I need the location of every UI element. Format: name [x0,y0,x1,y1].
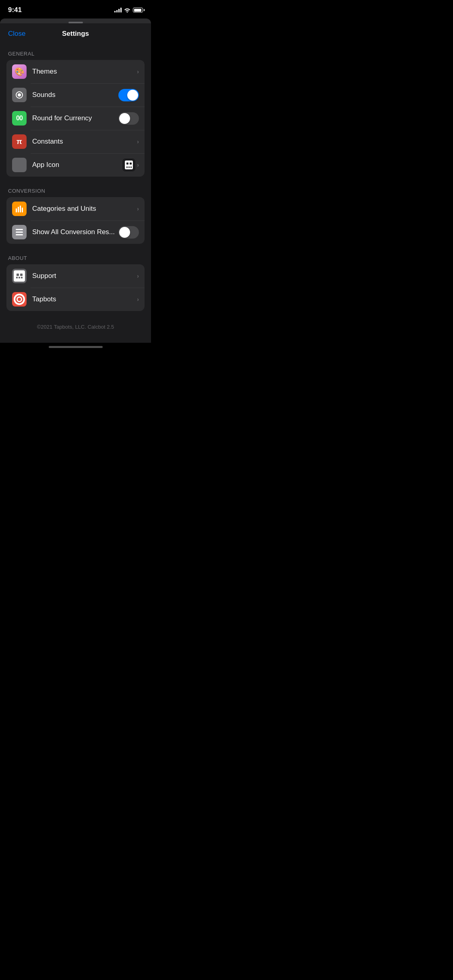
tapbots-item[interactable]: Tapbots › [6,288,145,311]
bar-chart-icon [15,204,24,213]
svg-rect-5 [22,208,23,212]
home-indicator-area [0,343,151,351]
wifi-icon [124,8,130,12]
support-icon [12,269,27,283]
speaker-icon [15,91,24,99]
nav-bar: Close Settings [0,23,151,43]
status-time: 9:41 [8,6,22,14]
svg-rect-3 [18,207,19,212]
constants-icon: π [12,134,27,149]
sounds-item[interactable]: Sounds [6,83,145,107]
constants-item[interactable]: π Constants › [6,130,145,153]
sounds-icon [12,88,27,102]
sounds-toggle-knob [127,90,138,101]
currency-item[interactable]: 00 Round for Currency [6,107,145,130]
currency-icon: 00 [12,111,27,126]
show-all-label: Show All Conversion Res... [32,228,118,236]
categories-label: Categories and Units [32,205,134,213]
support-label: Support [32,272,134,280]
currency-label: Round for Currency [32,114,118,122]
status-icons [114,8,143,12]
themes-label: Themes [32,68,134,76]
page-title: Settings [62,30,89,38]
themes-icon: 🎨 [12,64,27,79]
show-all-item[interactable]: Show All Conversion Res... [6,220,145,244]
support-item[interactable]: Support › [6,264,145,288]
conversion-section: CONVERSION Categories and Units › [0,180,151,247]
constants-label: Constants [32,138,134,146]
svg-rect-2 [16,208,17,212]
status-bar: 9:41 [0,0,151,18]
footer-text: ©2021 Tapbots, LLC. Calcbot 2.5 [37,324,114,330]
categories-chevron-icon: › [137,206,139,212]
sounds-label: Sounds [32,91,118,99]
support-chevron-icon: › [137,273,139,279]
list-icon [15,228,24,237]
categories-icon [12,202,27,216]
show-all-icon [12,225,27,239]
about-list-group: Support › Tapbots › [6,264,145,311]
general-section: GENERAL 🎨 Themes › Sounds [0,43,151,180]
close-button[interactable]: Close [8,30,25,38]
tapbots-icon [12,292,27,307]
svg-rect-7 [16,232,23,233]
show-all-toggle[interactable] [118,226,139,239]
conversion-section-label: CONVERSION [6,188,145,194]
currency-toggle[interactable] [118,112,139,125]
about-section-label: ABOUT [6,255,145,261]
themes-item[interactable]: 🎨 Themes › [6,60,145,83]
home-indicator-bar [49,346,103,348]
constants-chevron-icon: › [137,138,139,145]
appicon-chevron-icon: › [137,162,139,168]
about-section: ABOUT [0,247,151,314]
svg-point-1 [18,93,21,97]
svg-rect-4 [20,206,21,212]
battery-icon [133,8,143,12]
calcbot-preview-icon [122,159,135,171]
categories-item[interactable]: Categories and Units › [6,197,145,220]
appicon-icon [12,158,27,172]
currency-toggle-knob [119,113,130,124]
show-all-toggle-knob [119,227,130,238]
settings-sheet: Close Settings GENERAL 🎨 Themes › [0,23,151,343]
footer: ©2021 Tapbots, LLC. Calcbot 2.5 [0,314,151,343]
svg-rect-6 [16,229,23,230]
tapbots-chevron-icon: › [137,296,139,303]
general-section-label: GENERAL [6,51,145,57]
tapbots-label: Tapbots [32,295,134,303]
signal-icon [114,8,122,12]
svg-rect-8 [16,234,23,235]
sheet-handle-area [0,19,151,23]
appicon-label: App Icon [32,161,122,169]
sounds-toggle[interactable] [118,89,139,101]
appicon-item[interactable]: App Icon › [6,153,145,177]
general-list-group: 🎨 Themes › Sounds [6,60,145,177]
conversion-list-group: Categories and Units › Show All Conversi… [6,197,145,244]
themes-chevron-icon: › [137,68,139,75]
